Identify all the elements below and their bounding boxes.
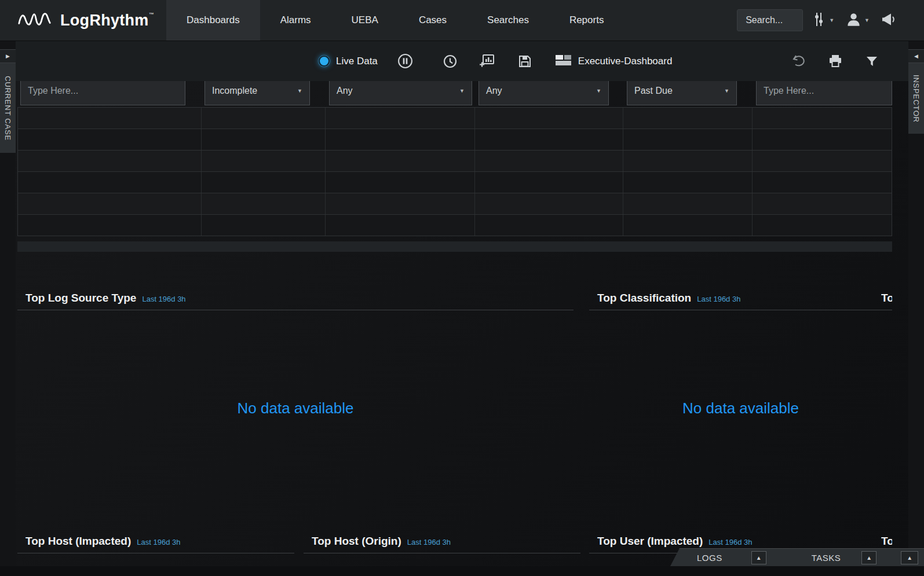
- table-row[interactable]: [18, 172, 892, 193]
- logo-text: LogRhythm™: [60, 12, 154, 30]
- settings-dropdown[interactable]: ▼: [815, 12, 834, 30]
- logrhythm-app: LogRhythm™ Dashboards Alarms UEBA Cases …: [0, 0, 924, 576]
- table-cell: [202, 193, 326, 214]
- table-cell: [475, 193, 623, 214]
- undo-icon[interactable]: [791, 54, 805, 68]
- filter-select-4[interactable]: Any ▼: [479, 81, 609, 105]
- inspector-rail: ◀ INSPECTOR: [908, 41, 924, 576]
- chevron-down-icon: ▼: [459, 88, 465, 94]
- tab-reports[interactable]: Reports: [549, 0, 624, 41]
- top-nav: LogRhythm™ Dashboards Alarms UEBA Cases …: [0, 0, 924, 41]
- bottom-status-bar: LOGS ▲ TASKS ▲ ▲: [670, 548, 924, 566]
- toolbar-center: Live Data: [320, 53, 672, 69]
- dashboard-name: Executive-Dashboard: [578, 56, 673, 67]
- expand-inspector-button[interactable]: ◀: [908, 49, 924, 63]
- table-cell: [326, 172, 475, 193]
- panel-expand-button-clipped[interactable]: ▲: [901, 551, 918, 564]
- time-range-button[interactable]: [443, 54, 457, 68]
- cases-table: [17, 107, 892, 236]
- table-cell: [326, 215, 475, 236]
- widget-time-range: Last 196d 3h: [407, 538, 451, 546]
- tab-alarms[interactable]: Alarms: [260, 0, 331, 41]
- tab-ueba[interactable]: UEBA: [331, 0, 399, 41]
- bottom-edge-strip: [0, 566, 924, 576]
- filter-icon[interactable]: [865, 55, 878, 68]
- table-cell: [326, 193, 475, 214]
- table-row[interactable]: [18, 129, 892, 151]
- table-cell: [18, 172, 202, 193]
- table-cell: [202, 129, 326, 150]
- table-cell: [475, 215, 623, 236]
- widget-time-range: Last 196d 3h: [708, 538, 752, 546]
- text-filter-input-6[interactable]: [756, 81, 892, 105]
- print-icon[interactable]: [828, 54, 842, 68]
- add-widget-button[interactable]: [479, 54, 495, 68]
- chevron-down-icon: ▼: [724, 88, 729, 94]
- table-cell: [202, 215, 326, 236]
- widget-title: Top User (Impacted): [597, 535, 703, 548]
- pause-button[interactable]: [397, 53, 413, 69]
- table-row[interactable]: [18, 108, 892, 129]
- widget-top-classification: Top Classification Last 196d 3h No data …: [589, 289, 892, 530]
- widget-title: Top Host (Origin): [312, 535, 401, 548]
- table-cell: [326, 151, 475, 171]
- chevron-down-icon: ▼: [596, 88, 601, 94]
- table-cell: [475, 108, 623, 129]
- table-cell: [623, 172, 753, 193]
- logs-panel-label[interactable]: LOGS: [697, 553, 722, 563]
- tab-searches[interactable]: Searches: [467, 0, 549, 41]
- table-cell: [753, 108, 893, 129]
- arrow-up-icon: ▲: [756, 555, 762, 561]
- announcements-button[interactable]: [881, 12, 899, 30]
- widget-header: Top Host (Impacted) Last 196d 3h: [17, 533, 294, 553]
- status-filter-select[interactable]: Incomplete ▼: [204, 81, 310, 105]
- user-menu-dropdown[interactable]: ▼: [846, 12, 870, 30]
- dashboard-layout-icon: [555, 54, 572, 69]
- logrhythm-wave-icon: [17, 9, 52, 31]
- logs-expand-button[interactable]: ▲: [751, 551, 766, 564]
- table-cell: [18, 129, 202, 150]
- widget-top-host-origin: Top Host (Origin) Last 196d 3h: [304, 533, 580, 553]
- table-row[interactable]: [18, 151, 892, 172]
- chevron-down-icon: ▼: [864, 17, 870, 23]
- table-cell: [18, 193, 202, 214]
- table-cell: [202, 151, 326, 171]
- save-layout-button[interactable]: [518, 54, 532, 68]
- case-name-filter-input[interactable]: [20, 81, 185, 105]
- arrow-up-icon: ▲: [907, 555, 912, 561]
- table-row[interactable]: [18, 215, 892, 236]
- table-cell: [753, 215, 893, 236]
- tasks-expand-button[interactable]: ▲: [861, 551, 876, 564]
- current-case-rail: ▶ CURRENT CASE: [0, 41, 16, 576]
- clipped-widget-title: To: [881, 292, 892, 304]
- table-horizontal-scrollbar[interactable]: [17, 241, 892, 252]
- chevron-down-icon: ▼: [297, 88, 302, 94]
- live-data-radio[interactable]: [320, 57, 328, 65]
- filter-select-3[interactable]: Any ▼: [329, 81, 472, 105]
- no-data-message: No data available: [17, 310, 574, 530]
- table-cell: [475, 151, 623, 171]
- table-cell: [623, 129, 753, 150]
- due-date-filter-value: Past Due: [634, 86, 673, 96]
- table-cell: [18, 108, 202, 129]
- widget-top-log-source-type: Top Log Source Type Last 196d 3h No data…: [17, 289, 574, 530]
- expand-current-case-button[interactable]: ▶: [0, 49, 16, 63]
- tab-cases[interactable]: Cases: [399, 0, 467, 41]
- table-cell: [753, 172, 893, 193]
- primary-nav-tabs: Dashboards Alarms UEBA Cases Searches Re…: [166, 0, 624, 41]
- table-row[interactable]: [18, 193, 892, 215]
- table-cell: [475, 172, 623, 193]
- table-cell: [18, 215, 202, 236]
- filter-3-value: Any: [337, 86, 353, 96]
- tab-dashboards[interactable]: Dashboards: [166, 0, 260, 41]
- widget-time-range: Last 196d 3h: [142, 295, 185, 303]
- inspector-tab[interactable]: INSPECTOR: [908, 63, 924, 134]
- search-button[interactable]: Search...: [737, 9, 803, 31]
- widget-top-host-impacted: Top Host (Impacted) Last 196d 3h: [17, 533, 294, 553]
- table-cell: [475, 129, 623, 150]
- logrhythm-logo[interactable]: LogRhythm™: [0, 0, 166, 41]
- current-case-tab[interactable]: CURRENT CASE: [0, 63, 16, 153]
- dashboard-selector[interactable]: Executive-Dashboard: [555, 54, 673, 69]
- due-date-filter-select[interactable]: Past Due ▼: [627, 81, 737, 105]
- tasks-panel-label[interactable]: TASKS: [812, 553, 841, 563]
